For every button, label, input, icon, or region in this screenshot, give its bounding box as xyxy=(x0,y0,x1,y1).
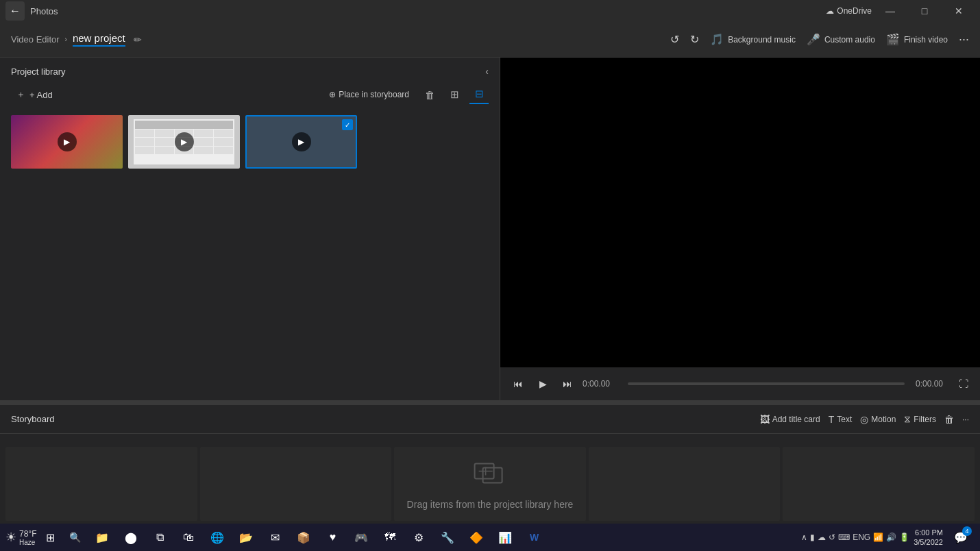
video-controls: ⏮ ▶ ⏭ 0:00.00 0:00.00 ⛶ xyxy=(500,367,980,400)
progress-bar[interactable] xyxy=(628,382,905,385)
grid-9-view-button[interactable]: ⊟ xyxy=(469,85,489,104)
panel-header: Project library ‹ xyxy=(0,58,500,82)
minimize-button[interactable]: — xyxy=(874,0,906,22)
tray-onedrive-icon[interactable]: ☁ xyxy=(818,532,826,542)
close-button[interactable]: ✕ xyxy=(943,0,975,22)
back-icon: ← xyxy=(10,5,21,17)
toolbar: Video Editor › new project ✏ ↺ ↻ 🎵 Backg… xyxy=(0,22,980,58)
media-thumbnail-1[interactable]: ▶ xyxy=(11,115,123,169)
title-card-icon: 🖼 xyxy=(760,414,770,425)
grid4-icon: ⊞ xyxy=(450,88,459,101)
drag-hint-icon xyxy=(474,458,506,491)
media-thumbnail-2[interactable]: ▶ xyxy=(128,115,240,169)
storyboard-slot-5[interactable] xyxy=(783,447,975,521)
taskbar-apps: 📁 ⬤ ⧉ 🛍 🌐 📂 ✉ 📦 ♥ 🎮 🗺 ⚙ 🔧 🔶 📊 W xyxy=(88,524,548,551)
fullscreen-icon: ⛶ xyxy=(959,378,968,389)
storyboard-slot-3[interactable]: Drag items from the project library here xyxy=(394,447,586,521)
selected-badge-3: ✓ xyxy=(342,119,353,130)
start-button[interactable]: ⊞ xyxy=(39,526,61,548)
storyboard-slots: Drag items from the project library here xyxy=(0,441,980,526)
fast-forward-button[interactable]: ⏭ xyxy=(558,374,577,393)
toolbar-more-button[interactable]: ··· xyxy=(959,32,969,47)
undo-icon: ↺ xyxy=(670,33,679,46)
taskbar: ☀ 78°F Haze ⊞ 🔍 📁 ⬤ ⧉ 🛍 🌐 📂 ✉ 📦 ♥ 🎮 🗺 ⚙ … xyxy=(0,524,980,551)
search-button[interactable]: 🔍 xyxy=(64,526,86,548)
taskbar-app-mail[interactable]: ✉ xyxy=(261,524,289,551)
weather-icon: ☀ xyxy=(5,530,16,545)
delete-icon: 🗑 xyxy=(425,89,435,101)
taskbar-app-1[interactable]: ♥ xyxy=(319,524,346,551)
back-button[interactable]: ← xyxy=(5,1,25,21)
drag-hint: Drag items from the project library here xyxy=(407,458,574,509)
storyboard-header: Storyboard 🖼 Add title card T Text ◎ Mot… xyxy=(0,405,980,434)
taskbar-app-3[interactable]: 🔧 xyxy=(434,524,461,551)
svg-rect-1 xyxy=(483,467,502,482)
finish-icon: 🎬 xyxy=(886,33,900,46)
add-title-card-button[interactable]: 🖼 Add title card xyxy=(760,414,820,425)
finish-video-button[interactable]: 🎬 Finish video xyxy=(886,33,948,46)
edit-project-name-icon[interactable]: ✏ xyxy=(134,34,142,45)
library-toolbar: ＋ + Add ⊕ Place in storyboard 🗑 ⊞ ⊟ xyxy=(0,82,500,110)
clock-time: 6:00 PM xyxy=(914,528,943,537)
storyboard-slot-4[interactable] xyxy=(589,447,781,521)
play-button[interactable]: ▶ xyxy=(533,374,552,393)
right-panel: ⏮ ▶ ⏭ 0:00.00 0:00.00 ⛶ xyxy=(500,58,980,400)
lang-label[interactable]: ENG xyxy=(853,532,870,542)
drag-hint-text: Drag items from the project library here xyxy=(407,498,574,509)
taskbar-app-word[interactable]: W xyxy=(520,524,548,551)
storyboard-title: Storyboard xyxy=(11,414,55,424)
place-in-storyboard-button[interactable]: ⊕ Place in storyboard xyxy=(323,87,415,102)
taskbar-app-4[interactable]: 📊 xyxy=(491,524,519,551)
taskbar-app-store[interactable]: 🛍 xyxy=(175,524,202,551)
delete-media-button[interactable]: 🗑 xyxy=(420,85,439,104)
taskbar-app-task-view[interactable]: ⧉ xyxy=(146,524,173,551)
time-start: 0:00.00 xyxy=(583,379,617,389)
media-thumbnail-3[interactable]: ▶ ✓ xyxy=(245,115,357,169)
rewind-button[interactable]: ⏮ xyxy=(509,374,528,393)
text-button[interactable]: T Text xyxy=(829,414,853,425)
clock[interactable]: 6:00 PM 3/5/2022 xyxy=(914,528,943,548)
title-bar: ← Photos ☁ OneDrive — □ ✕ xyxy=(0,0,980,22)
redo-icon: ↻ xyxy=(690,33,699,46)
storyboard-more-button[interactable]: ··· xyxy=(962,415,969,424)
collapse-panel-button[interactable]: ‹ xyxy=(485,66,489,77)
taskbar-app-edge[interactable]: 🌐 xyxy=(204,524,231,551)
taskbar-app-settings[interactable]: ⚙ xyxy=(405,524,432,551)
grid-4-view-button[interactable]: ⊞ xyxy=(445,85,464,104)
background-music-button[interactable]: 🎵 Background music xyxy=(710,33,796,46)
storyboard-slot-2[interactable] xyxy=(200,447,392,521)
upper-area: Project library ‹ ＋ + Add ⊕ Place in sto… xyxy=(0,58,980,400)
thumbnails-area: ▶ ▶ ▶ ✓ xyxy=(0,110,500,174)
notification-button[interactable]: 💬 4 xyxy=(947,524,975,551)
battery-icon: 🔋 xyxy=(899,532,909,542)
custom-audio-button[interactable]: 🎤 Custom audio xyxy=(807,33,875,46)
storyboard-actions: 🖼 Add title card T Text ◎ Motion ⧖ Filte… xyxy=(760,413,969,425)
maximize-button[interactable]: □ xyxy=(909,0,940,22)
taskbar-app-dropbox[interactable]: 📦 xyxy=(290,524,317,551)
weather-widget: ☀ 78°F Haze xyxy=(5,529,36,546)
undo-button[interactable]: ↺ xyxy=(670,33,679,46)
weather-temp: 78°F xyxy=(19,529,36,539)
taskbar-app-file-explorer[interactable]: 📁 xyxy=(88,524,116,551)
storyboard-slot-1[interactable] xyxy=(5,447,197,521)
audio-icon: 🎤 xyxy=(807,33,820,46)
system-tray: ∧ ▮ ☁ ↺ ⌨ ENG 📶 🔊 🔋 xyxy=(801,532,909,542)
delete-storyboard-button[interactable]: 🗑 xyxy=(944,414,954,425)
taskbar-app-2[interactable]: 🎮 xyxy=(347,524,375,551)
fullscreen-button[interactable]: ⛶ xyxy=(955,376,972,392)
delete-storyboard-icon: 🗑 xyxy=(944,414,954,425)
taskbar-app-cortana[interactable]: ⬤ xyxy=(117,524,145,551)
clock-date: 3/5/2022 xyxy=(914,537,943,547)
time-end: 0:00.00 xyxy=(916,379,950,389)
text-icon: T xyxy=(829,414,835,425)
taskbar-app-vlc[interactable]: 🔶 xyxy=(463,524,490,551)
tray-expand-icon[interactable]: ∧ xyxy=(801,532,807,542)
add-media-button[interactable]: ＋ + Add xyxy=(11,86,58,103)
taskbar-app-maps[interactable]: 🗺 xyxy=(376,524,404,551)
redo-button[interactable]: ↻ xyxy=(690,33,699,46)
filters-button[interactable]: ⧖ Filters xyxy=(904,413,936,425)
library-title: Project library xyxy=(11,66,65,77)
taskbar-app-file-manager[interactable]: 📂 xyxy=(232,524,260,551)
breadcrumb-parent[interactable]: Video Editor xyxy=(11,34,60,45)
motion-button[interactable]: ◎ Motion xyxy=(860,414,896,425)
